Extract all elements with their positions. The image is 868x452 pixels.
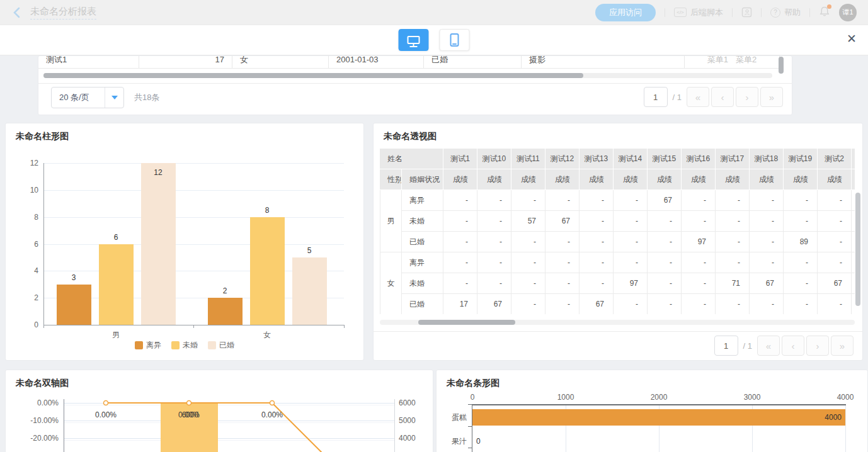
x-axis-tick: 1000 [547,393,585,402]
pivot-value-cell: 67 [580,294,614,314]
line-series [64,399,394,452]
divider [38,83,792,84]
bar-value-label: 5 [292,246,327,255]
h-scrollbar-thumb[interactable] [43,73,583,78]
bar-value-label: 4000 [804,413,842,422]
pivot-value-cell: - [477,211,511,232]
pivot-value-cell: - [580,273,614,294]
bar-chart-title: 未命名条形图 [447,378,500,389]
pivot-value-cell: - [511,232,545,252]
next-page-button[interactable]: › [806,336,829,356]
pivot-measure-header: 成绩 [682,169,716,190]
pivot-value-cell: - [716,294,750,314]
pivot-value-cell: - [580,211,614,232]
right-axis-line [394,399,395,452]
pivot-measure-header: 成绩 [648,169,682,190]
close-preview-button[interactable]: ✕ [847,33,857,45]
right-axis-tick: 5000 [399,416,430,425]
pivot-value-cell: - [784,211,818,232]
preview-cell: 已婚 [424,55,522,69]
pivot-value-cell: - [784,294,818,314]
header-divider [732,8,733,17]
y-axis-category-label: 蛋糕 [442,413,467,422]
y-axis-tick-mark [468,448,472,448]
pivot-value-cell: 67 [818,273,852,294]
pivot-value-cell: - [852,211,855,232]
line-point-label: 0.00% [81,410,131,419]
preview-actions-cell: 菜单1菜单2 [685,55,780,69]
pivot-value-cell: 97 [682,232,716,252]
column-bar [292,257,327,325]
pivot-value-cell: 67 [648,190,682,211]
pivot-value-cell: - [682,252,716,273]
legend-item[interactable]: 离异 [135,340,161,351]
chart-gridline [43,190,344,191]
contacts-button[interactable] [741,7,752,18]
page-size-select[interactable]: 20 条/页 [51,87,124,108]
y-axis-tick: 10 [11,186,38,195]
desktop-view-button[interactable] [399,29,429,51]
prev-page-button[interactable]: ‹ [711,87,734,107]
first-page-button[interactable]: « [687,87,709,107]
row-action-link[interactable]: 菜单1 [707,55,728,68]
page-input[interactable]: 1 [644,87,668,107]
last-page-icon: » [840,341,845,351]
x-axis-tick-mark [344,325,345,328]
question-icon: ? [770,8,780,18]
last-page-button[interactable]: » [760,87,783,107]
bar-chart-card: 未命名条形图 01000200030004000蛋糕4000果汁0 [436,370,868,452]
mobile-view-button[interactable] [440,29,470,51]
page-input[interactable]: 1 [714,336,738,356]
help-button[interactable]: ? 帮助 [770,7,801,18]
pivot-measure-header: 成绩 [545,169,580,190]
notification-badge [827,4,831,9]
close-icon: ✕ [847,32,857,45]
preview-cell: 17 [139,55,232,69]
pivot-value-cell: 67 [477,294,511,314]
left-axis-tick: 0.00% [21,398,59,407]
app-header: 未命名分析报表 应用访问 </> 后端脚本 ? 帮助 [0,0,868,25]
notifications-button[interactable] [819,6,830,20]
pivot-value-cell: - [443,232,477,252]
right-axis-tick: 6000 [399,398,430,407]
pivot-v-scrollbar-thumb[interactable] [855,193,860,306]
next-page-button[interactable]: › [736,87,758,107]
pivot-measure-header: 成绩 [716,169,750,190]
last-page-button[interactable]: » [831,336,854,356]
x-axis-tick-mark [193,325,194,328]
bar-value-label: 2 [208,286,243,295]
back-button[interactable] [13,7,20,18]
first-page-button[interactable]: « [757,336,780,356]
user-avatar[interactable]: 谭1 [839,4,857,21]
v-scrollbar-thumb[interactable] [779,57,784,74]
pivot-value-cell: 17 [443,294,477,314]
legend-item[interactable]: 未婚 [171,340,198,351]
pivot-value-cell: - [852,190,855,211]
page-size-value: 20 条/页 [52,88,105,108]
legend-item[interactable]: 已婚 [208,340,234,351]
y-axis-tick-mark [468,426,472,427]
first-page-icon: « [695,93,700,102]
pivot-value-cell: - [648,273,682,294]
pivot-value-cell: - [477,273,511,294]
backend-script-label: 后端脚本 [690,7,723,18]
code-icon: </> [674,8,687,17]
row-action-link[interactable]: 菜单2 [736,55,757,68]
pivot-measure-header: 成绩 [443,169,477,190]
pivot-value-cell: - [852,294,855,314]
pivot-row: 已婚-------97--89-- [380,232,855,252]
pivot-status-cell: 离异 [402,190,443,211]
chart-gridline [43,163,344,164]
y-axis-line [43,163,44,325]
x-axis-line [43,325,345,325]
right-axis-tick: 4000 [399,434,430,443]
legend-label: 已婚 [219,340,234,351]
report-title[interactable]: 未命名分析报表 [30,6,96,20]
app-access-button[interactable]: 应用访问 [595,4,656,21]
pivot-h-scrollbar-thumb[interactable] [418,320,515,325]
preview-cell: 女 [232,55,329,69]
pivot-dimension-header: 婚姻状况 [402,169,443,190]
prev-page-button[interactable]: ‹ [782,336,804,356]
pivot-value-cell: - [614,232,648,252]
backend-script-button[interactable]: </> 后端脚本 [674,7,723,18]
